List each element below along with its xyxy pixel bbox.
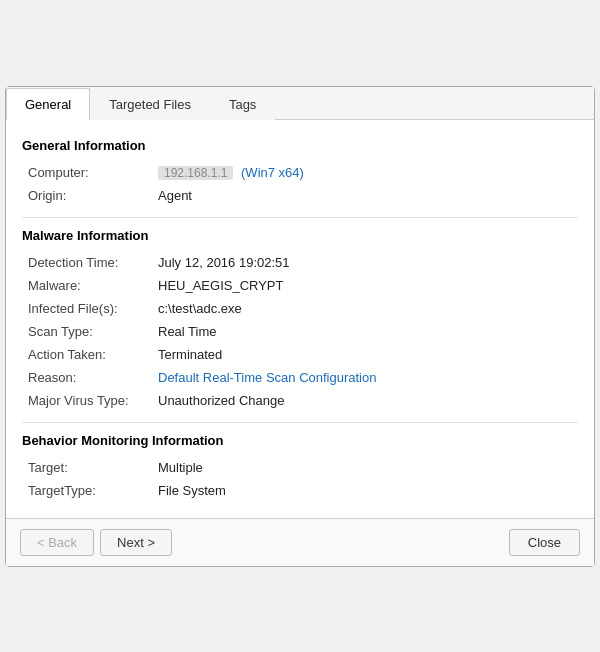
detection-time-value: July 12, 2016 19:02:51 [152,251,578,274]
tab-general[interactable]: General [6,88,90,120]
action-taken-value: Terminated [152,343,578,366]
malware-info-table: Detection Time: July 12, 2016 19:02:51 M… [22,251,578,412]
table-row: TargetType: File System [22,479,578,502]
table-row: Major Virus Type: Unauthorized Change [22,389,578,412]
origin-value: Agent [152,184,578,207]
major-virus-type-value: Unauthorized Change [152,389,578,412]
behavior-info-title: Behavior Monitoring Information [22,433,578,448]
computer-value: 192.168.1.1 (Win7 x64) [152,161,578,184]
malware-info-title: Malware Information [22,228,578,243]
tab-tags[interactable]: Tags [210,88,275,120]
general-info-title: General Information [22,138,578,153]
scan-type-value: Real Time [152,320,578,343]
detection-time-label: Detection Time: [22,251,152,274]
general-info-table: Computer: 192.168.1.1 (Win7 x64) Origin:… [22,161,578,207]
target-type-label: TargetType: [22,479,152,502]
close-button[interactable]: Close [509,529,580,556]
tab-bar: General Targeted Files Tags [6,87,594,120]
divider-2 [22,422,578,423]
computer-ip: 192.168.1.1 [158,166,233,180]
table-row: Malware: HEU_AEGIS_CRYPT [22,274,578,297]
scan-type-label: Scan Type: [22,320,152,343]
tab-targeted-files[interactable]: Targeted Files [90,88,210,120]
target-label: Target: [22,456,152,479]
dialog: General Targeted Files Tags General Info… [5,86,595,567]
footer: < Back Next > Close [6,518,594,566]
footer-left-buttons: < Back Next > [20,529,172,556]
malware-value: HEU_AEGIS_CRYPT [152,274,578,297]
infected-files-value: c:\test\adc.exe [152,297,578,320]
action-taken-label: Action Taken: [22,343,152,366]
divider-1 [22,217,578,218]
table-row: Reason: Default Real-Time Scan Configura… [22,366,578,389]
target-value: Multiple [152,456,578,479]
content-area: General Information Computer: 192.168.1.… [6,120,594,518]
computer-label: Computer: [22,161,152,184]
reason-link[interactable]: Default Real-Time Scan Configuration [158,370,376,385]
table-row: Action Taken: Terminated [22,343,578,366]
malware-label: Malware: [22,274,152,297]
reason-value: Default Real-Time Scan Configuration [152,366,578,389]
table-row: Target: Multiple [22,456,578,479]
table-row: Detection Time: July 12, 2016 19:02:51 [22,251,578,274]
infected-files-label: Infected File(s): [22,297,152,320]
table-row: Infected File(s): c:\test\adc.exe [22,297,578,320]
behavior-info-table: Target: Multiple TargetType: File System [22,456,578,502]
table-row: Origin: Agent [22,184,578,207]
computer-link[interactable]: (Win7 x64) [241,165,304,180]
table-row: Computer: 192.168.1.1 (Win7 x64) [22,161,578,184]
origin-label: Origin: [22,184,152,207]
next-button[interactable]: Next > [100,529,172,556]
table-row: Scan Type: Real Time [22,320,578,343]
reason-label: Reason: [22,366,152,389]
target-type-value: File System [152,479,578,502]
major-virus-type-label: Major Virus Type: [22,389,152,412]
back-button[interactable]: < Back [20,529,94,556]
